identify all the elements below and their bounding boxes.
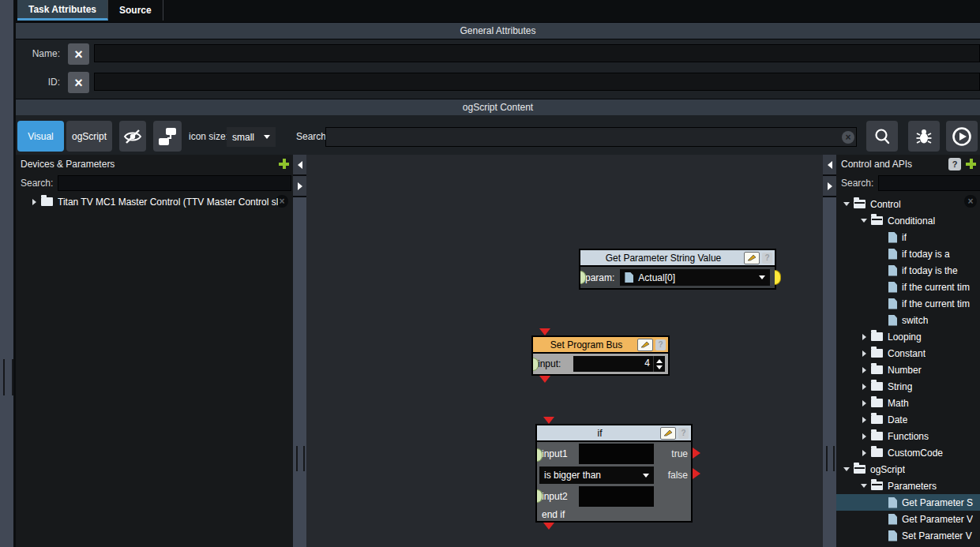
tree-item-string[interactable]: String: [836, 378, 980, 395]
node-get-parameter-string-value[interactable]: Get Parameter String Value ? param: Actu…: [579, 249, 776, 290]
control-apis-search-input[interactable]: [878, 175, 980, 191]
collapse-icon[interactable]: [843, 467, 850, 471]
expand-icon[interactable]: [860, 350, 868, 357]
collapse-icon[interactable]: [843, 202, 850, 206]
expand-icon[interactable]: [860, 433, 868, 440]
tree-item-customcode[interactable]: CustomCode: [836, 444, 980, 461]
tree-item-get-parameter-s[interactable]: Get Parameter S: [836, 494, 980, 511]
visual-mode-button[interactable]: Visual: [17, 121, 64, 152]
id-input[interactable]: [94, 73, 980, 91]
tree-item-ogscript[interactable]: ogScript: [836, 461, 980, 478]
folder-open-icon: [854, 465, 865, 474]
node-header[interactable]: if ?: [537, 425, 691, 442]
clear-id-button[interactable]: ×: [68, 72, 89, 93]
input2-field[interactable]: [579, 486, 654, 507]
window-left-splitter[interactable]: [0, 0, 13, 547]
tree-item-conditional[interactable]: Conditional: [836, 212, 980, 229]
node-set-program-bus[interactable]: Set Program Bus ? input: 4: [531, 335, 670, 376]
splitter-grip[interactable]: [826, 446, 835, 471]
add-device-icon[interactable]: [278, 158, 290, 170]
collapse-icon[interactable]: [860, 219, 868, 223]
tree-item-number[interactable]: Number: [836, 362, 980, 378]
collapse-icon[interactable]: [860, 484, 868, 488]
edit-node-icon[interactable]: [637, 339, 653, 351]
expand-icon[interactable]: [860, 334, 868, 340]
tree-item-if[interactable]: if: [836, 229, 980, 245]
expand-icon[interactable]: [860, 384, 868, 390]
tree-item-if-today-is-a[interactable]: if today is a: [836, 245, 980, 262]
run-button[interactable]: [946, 121, 978, 152]
tree-item-constant[interactable]: Constant: [836, 345, 980, 362]
spinner-arrows-icon[interactable]: [653, 356, 665, 372]
flow-out-connector[interactable]: [539, 376, 550, 383]
clear-search-icon[interactable]: ×: [842, 131, 854, 144]
splitter-grip[interactable]: [3, 359, 13, 395]
add-api-icon[interactable]: [965, 158, 977, 170]
tree-item-if-the-current-tim[interactable]: if the current tim: [836, 279, 980, 295]
name-input[interactable]: [94, 44, 980, 62]
flow-out-connector[interactable]: [543, 523, 554, 530]
visual-script-canvas[interactable]: Get Parameter String Value ? param: Actu…: [306, 155, 823, 547]
hide-button[interactable]: [119, 121, 146, 152]
node-help-icon[interactable]: ?: [762, 253, 772, 264]
tree-item-if-today-is-the[interactable]: if today is the: [836, 262, 980, 279]
param-label: param:: [585, 272, 614, 283]
expand-left-panel-button[interactable]: [293, 176, 306, 197]
expand-icon[interactable]: [860, 450, 868, 456]
expand-icon[interactable]: [860, 400, 868, 407]
clear-name-button[interactable]: ×: [68, 43, 89, 65]
folder-icon: [871, 415, 883, 424]
tree-item-get-parameter-v[interactable]: Get Parameter V: [836, 511, 980, 527]
tab-source[interactable]: Source: [108, 0, 163, 21]
edit-node-icon[interactable]: [744, 252, 760, 264]
tree-item-titan-tv-mc1-master-control-ttv-master-control-sl[interactable]: Titan TV MC1 Master Control (TTV Master …: [16, 193, 293, 210]
input-spinner[interactable]: 4: [573, 356, 665, 372]
search-button[interactable]: [866, 121, 898, 152]
node-help-icon[interactable]: ?: [678, 428, 689, 439]
tree-item-label: Functions: [888, 431, 929, 442]
false-branch-connector[interactable]: [693, 468, 700, 479]
tree-item-control[interactable]: Control: [836, 196, 980, 212]
tree-item-date[interactable]: Date: [836, 411, 980, 428]
tree-item-functions[interactable]: Functions: [836, 428, 980, 444]
input1-field[interactable]: [579, 444, 654, 464]
help-button[interactable]: ?: [948, 158, 961, 170]
tree-item-switch[interactable]: switch: [836, 312, 980, 328]
node-header[interactable]: Get Parameter String Value ?: [580, 250, 775, 267]
edit-node-icon[interactable]: [660, 427, 676, 440]
expand-icon[interactable]: [860, 367, 868, 373]
flowchart-layout-button[interactable]: [153, 121, 182, 152]
tree-item-parameters[interactable]: Parameters: [836, 478, 980, 494]
operator-select[interactable]: is bigger than: [539, 466, 654, 484]
right-panel-splitter[interactable]: [823, 155, 836, 547]
param-select[interactable]: Actual[0]: [620, 269, 770, 286]
node-header[interactable]: Set Program Bus ?: [533, 337, 668, 354]
ogscript-mode-button[interactable]: ogScript: [66, 121, 112, 152]
collapse-right-panel-button[interactable]: [823, 155, 836, 176]
expand-icon[interactable]: [860, 417, 868, 423]
toolbar-search-input[interactable]: [325, 127, 857, 147]
devices-search-label: Search:: [21, 178, 53, 189]
node-help-icon[interactable]: ?: [655, 339, 666, 350]
tree-item-if-the-current-tim[interactable]: if the current tim: [836, 295, 980, 312]
node-if[interactable]: if ? input1 true is bigger than: [535, 424, 693, 523]
folder-open-icon: [854, 200, 865, 208]
flow-in-connector[interactable]: [543, 417, 554, 424]
icon-size-select[interactable]: small: [227, 127, 276, 147]
flow-in-connector[interactable]: [539, 328, 550, 335]
icon-size-label: icon size:: [189, 121, 228, 152]
tree-item-set-parameter-v[interactable]: Set Parameter V: [836, 527, 980, 544]
collapse-left-panel-button[interactable]: [293, 155, 306, 176]
expand-right-panel-button[interactable]: [823, 176, 836, 197]
tab-task-attributes[interactable]: Task Attributes: [17, 0, 108, 21]
true-branch-connector[interactable]: [693, 448, 700, 459]
left-panel-splitter[interactable]: [293, 155, 306, 547]
devices-search-input[interactable]: [58, 175, 291, 191]
expand-icon[interactable]: [30, 199, 38, 205]
tree-item-looping[interactable]: Looping: [836, 328, 980, 345]
general-attributes-title: General Attributes: [460, 25, 535, 36]
tree-item-math[interactable]: Math: [836, 395, 980, 411]
debug-button[interactable]: [908, 121, 940, 152]
splitter-grip[interactable]: [296, 446, 305, 471]
string-output-connector[interactable]: [775, 270, 781, 285]
